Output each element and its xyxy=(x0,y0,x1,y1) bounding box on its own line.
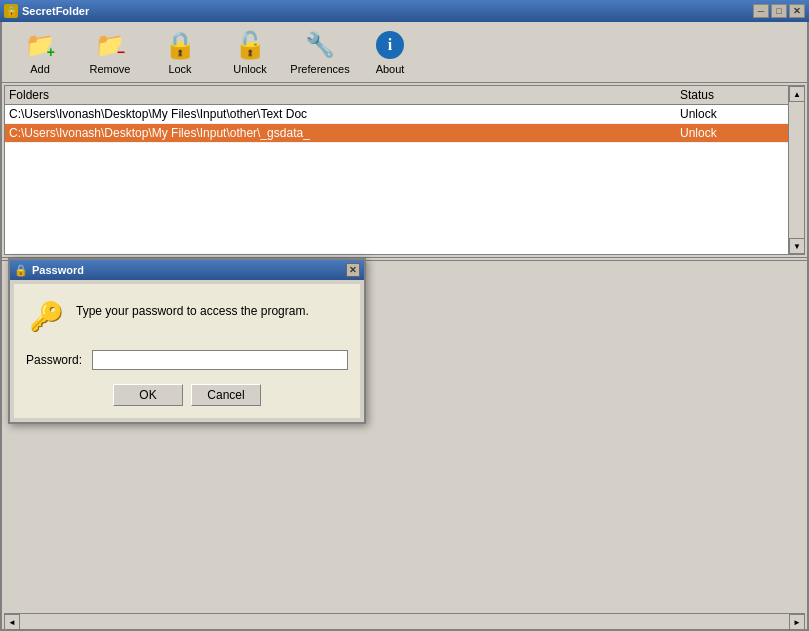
scroll-right-button[interactable]: ► xyxy=(789,614,805,630)
dialog-message-row: 🔑 Type your password to access the progr… xyxy=(26,296,348,336)
dialog-title: Password xyxy=(32,264,84,276)
add-icon: 📁 + xyxy=(24,29,56,61)
title-bar-controls: ─ □ ✕ xyxy=(753,4,805,18)
remove-button[interactable]: 📁 − Remove xyxy=(76,24,144,80)
dialog-title-bar: 🔒 Password ✕ xyxy=(10,260,364,280)
password-dialog: 🔒 Password ✕ 🔑 Type your password to acc… xyxy=(8,258,366,424)
dialog-field-row: Password: xyxy=(26,350,348,370)
close-button[interactable]: ✕ xyxy=(789,4,805,18)
cancel-button[interactable]: Cancel xyxy=(191,384,261,406)
add-button[interactable]: 📁 + Add xyxy=(6,24,74,80)
maximize-button[interactable]: □ xyxy=(771,4,787,18)
row-status: Unlock xyxy=(680,107,800,121)
horizontal-scrollbar[interactable]: ◄ ► xyxy=(4,613,805,629)
ok-button[interactable]: OK xyxy=(113,384,183,406)
dialog-close-button[interactable]: ✕ xyxy=(346,263,360,277)
toolbar: 📁 + Add 📁 − Remove 🔒 Lock 🔓 xyxy=(2,22,807,83)
scroll-left-button[interactable]: ◄ xyxy=(4,614,20,630)
lock-icon: 🔒 xyxy=(164,29,196,61)
app-icon: 🔒 xyxy=(4,4,18,18)
row-path: C:\Users\Ivonash\Desktop\My Files\Input\… xyxy=(9,126,680,140)
password-label: Password: xyxy=(26,353,84,367)
scroll-down-button[interactable]: ▼ xyxy=(789,238,805,254)
scroll-h-track[interactable] xyxy=(20,614,789,629)
table-header: Folders Status xyxy=(5,86,804,105)
password-input[interactable] xyxy=(92,350,348,370)
vertical-scrollbar[interactable]: ▲ ▼ xyxy=(788,86,804,254)
unlock-icon: 🔓 xyxy=(234,29,266,61)
window-title: SecretFolder xyxy=(22,5,89,17)
scroll-up-button[interactable]: ▲ xyxy=(789,86,805,102)
minimize-button[interactable]: ─ xyxy=(753,4,769,18)
row-status: Unlock xyxy=(680,126,800,140)
dialog-title-icon: 🔒 xyxy=(14,264,28,277)
title-bar: 🔒 SecretFolder ─ □ ✕ xyxy=(0,0,809,22)
col-status-header: Status xyxy=(680,88,800,102)
remove-icon: 📁 − xyxy=(94,29,126,61)
table-body: C:\Users\Ivonash\Desktop\My Files\Input\… xyxy=(5,105,804,254)
dialog-body: 🔑 Type your password to access the progr… xyxy=(14,284,360,418)
dialog-buttons: OK Cancel xyxy=(26,384,348,406)
col-folders-header: Folders xyxy=(9,88,680,102)
lock-button[interactable]: 🔒 Lock xyxy=(146,24,214,80)
about-icon: i xyxy=(374,29,406,61)
about-button[interactable]: i About xyxy=(356,24,424,80)
table-row[interactable]: C:\Users\Ivonash\Desktop\My Files\Input\… xyxy=(5,124,804,143)
scroll-track[interactable] xyxy=(789,102,804,238)
preferences-button[interactable]: 🔧 Preferences xyxy=(286,24,354,80)
preferences-icon: 🔧 xyxy=(304,29,336,61)
table-row[interactable]: C:\Users\Ivonash\Desktop\My Files\Input\… xyxy=(5,105,804,124)
row-path: C:\Users\Ivonash\Desktop\My Files\Input\… xyxy=(9,107,680,121)
dialog-message: Type your password to access the program… xyxy=(76,296,309,318)
key-icon: 🔑 xyxy=(26,296,66,336)
unlock-button[interactable]: 🔓 Unlock xyxy=(216,24,284,80)
